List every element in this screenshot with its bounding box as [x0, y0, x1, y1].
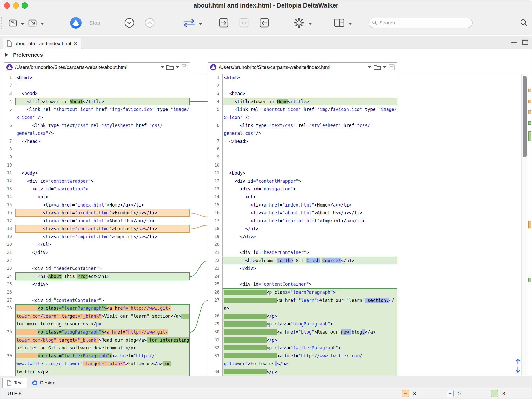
code-line[interactable]: 7 </head>: [0, 137, 190, 145]
swap-sides-button[interactable]: [182, 17, 196, 29]
code-line[interactable]: 25 </div>: [0, 280, 190, 288]
stop-button[interactable]: Stop: [89, 20, 100, 26]
code-line[interactable]: 12 <div id="contentWrapper">: [0, 177, 190, 185]
code-line[interactable]: 21 <div id="headerContainer">: [208, 249, 397, 257]
code-line[interactable]: 13 <div id="navigation">: [0, 185, 190, 193]
code-line[interactable]: 9: [208, 153, 397, 161]
code-line[interactable]: 10: [208, 161, 397, 169]
open-second-file-button[interactable]: [27, 17, 39, 29]
code-line[interactable]: 16 <li><a href="about.html">About Us</a>…: [208, 209, 397, 217]
copy-to-right-button[interactable]: [218, 17, 229, 29]
code-line[interactable]: 23 <div id="headerContainer">: [0, 264, 190, 272]
code-line[interactable]: 22: [0, 257, 190, 265]
code-line[interactable]: a>: [208, 304, 397, 312]
code-line[interactable]: 13 <div id="navigation">: [208, 185, 397, 193]
code-line[interactable]: 15 <li><a href="index.html">Home</a></li…: [0, 201, 190, 209]
code-line[interactable]: 18 </ul>: [208, 225, 397, 233]
code-line[interactable]: www.twitter.com/gittower" target="_blank…: [0, 360, 190, 368]
left-save-icon[interactable]: [181, 64, 188, 71]
tab-text-view[interactable]: Text: [2, 378, 27, 388]
vertical-scrollbar[interactable]: [521, 74, 528, 375]
compare-button[interactable]: [70, 17, 82, 29]
scroll-down-arrow-icon[interactable]: [515, 367, 521, 373]
code-line[interactable]: 14 <ul>: [208, 193, 397, 201]
copy-to-left-button[interactable]: [258, 17, 270, 29]
left-folder-icon[interactable]: [166, 64, 174, 70]
code-line[interactable]: 28 </p>: [208, 312, 397, 320]
left-editor-pane[interactable]: 1<html>23 <head>4 <title>Tower :: About<…: [0, 74, 190, 376]
code-line[interactable]: 30 <p class="twitterParagraph"><a href="…: [0, 352, 190, 360]
diff-marker[interactable]: [528, 221, 531, 228]
comparison-tab[interactable]: about.html and index.html ×: [3, 38, 81, 49]
code-line[interactable]: 7 </head>: [208, 137, 397, 145]
right-path-dropdown-icon[interactable]: [368, 66, 371, 70]
code-line[interactable]: 11 <body>: [208, 169, 397, 177]
code-line[interactable]: 17 <li><a href="imprint.html">Imprint</a…: [208, 217, 397, 225]
code-line[interactable]: 2: [208, 82, 397, 90]
code-line[interactable]: 3 <head>: [0, 90, 190, 98]
code-line[interactable]: 20: [208, 241, 397, 249]
code-line[interactable]: 11 <body>: [0, 169, 190, 177]
code-line[interactable]: 24: [208, 272, 397, 281]
swap-dropdown-caret[interactable]: [199, 23, 202, 27]
layout-dropdown-caret[interactable]: [348, 23, 352, 27]
code-line[interactable]: 19 </div>: [208, 233, 397, 241]
code-line[interactable]: 26 <p class="learnParagraph">: [208, 288, 397, 296]
code-line[interactable]: 29 <p class="blogParagraph">: [208, 320, 397, 328]
code-line[interactable]: 27 <a href="learn">Visit our "learn" sec…: [208, 296, 397, 304]
code-line[interactable]: for more learning resources.</p>: [0, 320, 190, 328]
diff-marker[interactable]: [528, 121, 531, 125]
left-folder-dropdown-icon[interactable]: [176, 66, 179, 70]
diff-marker[interactable]: [528, 89, 531, 92]
code-line[interactable]: 22 <h1>Welcome to the Git Crash Course!<…: [208, 257, 397, 265]
diff-marker[interactable]: [528, 278, 531, 282]
code-line[interactable]: 10: [0, 161, 190, 169]
code-line[interactable]: general.css"/>: [0, 129, 190, 137]
code-line[interactable]: 15 <li><a href="index.html">Home</a></li…: [208, 201, 397, 209]
code-line[interactable]: 29 <p class="blogParagraph"><a href="htt…: [0, 328, 190, 336]
next-difference-button[interactable]: [124, 17, 135, 29]
previous-difference-button[interactable]: [144, 17, 155, 29]
right-folder-dropdown-icon[interactable]: [383, 66, 386, 70]
code-line[interactable]: gittower">Follow us.</a>: [208, 360, 397, 368]
open-first-dropdown-caret[interactable]: [21, 23, 24, 27]
code-line[interactable]: 21 </div>: [0, 249, 190, 257]
code-line[interactable]: 34 </p>: [208, 368, 397, 376]
code-line[interactable]: 17 <li><a href="about.html">About Us</a>…: [0, 217, 190, 225]
code-line[interactable]: x-icon" />: [208, 114, 397, 122]
code-line[interactable]: Twitter.</p>: [0, 368, 190, 376]
code-line[interactable]: 18 <li><a href="contact.html">Contact</a…: [0, 225, 190, 233]
toolbar-drag-handle[interactable]: [1, 17, 3, 29]
code-line[interactable]: articles on Git and software development…: [0, 344, 190, 352]
code-line[interactable]: 28 <p class="learnParagraph"><a href="ht…: [0, 304, 190, 312]
merge-button[interactable]: [238, 17, 250, 29]
code-line[interactable]: 24 <h1>About This Project</h1>: [0, 272, 190, 281]
code-line[interactable]: 6 <link type="text/css" rel="stylesheet"…: [208, 122, 397, 130]
left-path-dropdown-icon[interactable]: [161, 66, 164, 70]
code-line[interactable]: general.css"/>: [208, 129, 397, 137]
scrollbar-thumb[interactable]: [523, 76, 527, 157]
code-line[interactable]: 4 <title>Tower :: Home</title>: [208, 98, 397, 106]
tab-close-icon[interactable]: ×: [74, 41, 77, 46]
right-folder-icon[interactable]: [373, 64, 381, 70]
code-line[interactable]: 32 <p class="twitterParagraph">: [208, 344, 397, 352]
diff-marker[interactable]: [528, 131, 531, 141]
diff-marker[interactable]: [528, 100, 531, 103]
open-second-dropdown-caret[interactable]: [40, 23, 44, 27]
code-line[interactable]: 1<html>: [0, 74, 190, 82]
search-input[interactable]: Search: [369, 18, 473, 28]
right-path-field[interactable]: /Users/brunobrito/Sites/carparts-website…: [208, 62, 397, 72]
find-button[interactable]: [520, 19, 528, 27]
code-line[interactable]: 19 <li><a href="imprint.html">Imprint</a…: [0, 233, 190, 241]
right-editor-pane[interactable]: 1<html>23 <head>4 <title>Tower :: Home</…: [208, 74, 397, 376]
code-line[interactable]: 12 <div id="contentWrapper">: [208, 177, 397, 185]
code-line[interactable]: 1<html>: [208, 74, 397, 82]
open-first-file-button[interactable]: [7, 17, 19, 29]
code-line[interactable]: 26: [0, 288, 190, 296]
scroll-up-arrow-icon[interactable]: [515, 358, 521, 365]
left-path-field[interactable]: /Users/brunobrito/Sites/carparts-website…: [4, 62, 190, 72]
disclosure-triangle-icon[interactable]: [5, 53, 10, 57]
code-line[interactable]: 8: [208, 145, 397, 153]
settings-dropdown-caret[interactable]: [308, 23, 312, 27]
code-line[interactable]: tower.com/blog" target="_blank">Read our…: [0, 336, 190, 344]
